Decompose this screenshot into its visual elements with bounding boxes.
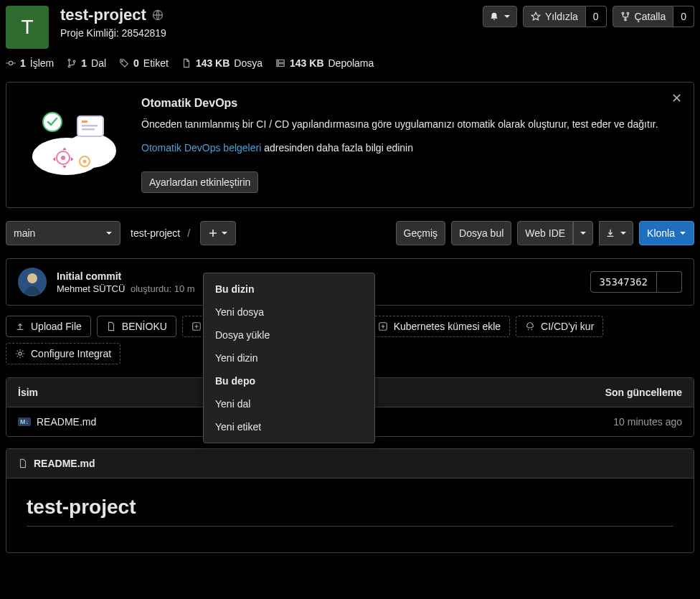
- branch-selector[interactable]: main: [6, 221, 120, 245]
- devops-docs-link[interactable]: Otomatik DevOps belgeleri: [141, 142, 261, 154]
- star-count: 0: [586, 6, 607, 27]
- chevron-down-icon: [580, 230, 587, 237]
- web-ide-button[interactable]: Web IDE: [517, 221, 573, 245]
- svg-point-3: [624, 19, 626, 21]
- star-label: Yıldızla: [545, 11, 578, 22]
- add-button[interactable]: [200, 221, 236, 245]
- file-icon: [106, 321, 116, 331]
- fork-button[interactable]: Çatalla: [612, 6, 674, 27]
- commits-count: 1: [20, 57, 26, 69]
- readme-heading: test-project: [27, 496, 673, 527]
- find-file-button[interactable]: Dosya bul: [451, 221, 511, 245]
- upload-icon: [15, 321, 25, 331]
- tag-icon: [119, 58, 129, 68]
- stat-files[interactable]: 143 KB Dosya: [181, 57, 262, 69]
- storage-size: 143 KB: [290, 57, 323, 69]
- svg-point-11: [278, 61, 279, 62]
- branch-name: main: [14, 227, 35, 239]
- svg-point-8: [122, 61, 123, 62]
- commit-author[interactable]: Mehmet SÜTCÜ: [57, 283, 125, 294]
- download-icon: [605, 228, 615, 238]
- star-button[interactable]: Yıldızla: [523, 6, 586, 27]
- col-updated: Son güncelleme: [539, 387, 682, 398]
- svg-point-21: [61, 156, 65, 160]
- chip-label: BENİOKU: [122, 321, 167, 332]
- chip-kubernetes[interactable]: Kubernetes kümesi ekle: [369, 316, 510, 337]
- auto-devops-panel: ✕ Otomatik DevOps Önceden tanımlanmış bi…: [6, 82, 694, 208]
- svg-point-30: [19, 352, 22, 355]
- svg-point-12: [278, 65, 279, 65]
- project-avatar: T: [6, 6, 49, 49]
- commit-icon: [6, 58, 16, 68]
- readme-body: test-project: [6, 478, 694, 552]
- avatar: [18, 268, 47, 296]
- chip-upload-file[interactable]: Upload File: [6, 316, 91, 337]
- dropdown-new-dir[interactable]: Yeni dizin: [204, 346, 374, 369]
- svg-rect-18: [82, 125, 98, 127]
- breadcrumb-project[interactable]: test-project: [131, 227, 180, 239]
- svg-point-25: [27, 273, 37, 283]
- project-avatar-letter: T: [21, 16, 33, 39]
- plus-square-icon: [191, 321, 202, 331]
- dropdown-new-tag[interactable]: Yeni etiket: [204, 415, 374, 438]
- repo-actions-row: main test-project / Geçmiş Dosya bul Web…: [6, 221, 694, 245]
- chip-label: Upload File: [31, 321, 82, 332]
- commit-sha: 35347362: [590, 271, 657, 293]
- notifications-button[interactable]: [483, 6, 517, 27]
- chip-readme[interactable]: BENİOKU: [97, 316, 176, 337]
- chevron-down-icon: [105, 230, 113, 237]
- readme-panel: README.md test-project: [6, 448, 694, 553]
- commit-time: oluşturdu: 10 m: [131, 283, 195, 294]
- clone-button[interactable]: Klonla: [639, 221, 694, 245]
- stat-branches[interactable]: 1 Dal: [67, 57, 106, 69]
- dropdown-new-file[interactable]: Yeni dosya: [204, 301, 374, 324]
- web-ide-dropdown[interactable]: [573, 221, 593, 245]
- chevron-down-icon: [503, 13, 511, 20]
- stats-row: 1 İşlem 1 Dal 0 Etiket 143 KB Dosya 143 …: [6, 57, 694, 69]
- svg-rect-26: [667, 280, 672, 286]
- devops-title: Otomatik DevOps: [141, 97, 676, 110]
- breadcrumb: test-project /: [131, 227, 190, 239]
- stat-tags[interactable]: 0 Etiket: [119, 57, 169, 69]
- tags-label: Etiket: [143, 57, 169, 69]
- rocket-icon: [525, 321, 535, 331]
- stat-storage[interactable]: 143 KB Depolama: [275, 57, 374, 69]
- chip-label: CI/CD'yi kur: [541, 321, 594, 332]
- svg-point-4: [9, 61, 12, 65]
- project-id: Proje Kimliği: 28542819: [60, 27, 471, 39]
- breadcrumb-separator: /: [187, 227, 190, 239]
- svg-point-7: [73, 60, 75, 62]
- file-icon: [18, 458, 28, 468]
- clone-label: Klonla: [647, 227, 675, 239]
- plus-square-icon: [378, 321, 388, 331]
- enable-devops-button[interactable]: Ayarlardan etkinleştirin: [141, 171, 258, 193]
- chevron-down-icon: [679, 230, 686, 237]
- copy-sha-button[interactable]: [657, 271, 682, 293]
- star-icon: [531, 11, 541, 22]
- files-size: 143 KB: [196, 57, 230, 69]
- commits-label: İşlem: [30, 57, 54, 69]
- stat-commits[interactable]: 1 İşlem: [6, 57, 54, 69]
- branches-label: Dal: [91, 57, 106, 69]
- readme-header: README.md: [6, 449, 694, 478]
- svg-point-6: [68, 65, 70, 67]
- project-title-text: test-project: [60, 6, 146, 24]
- chip-label: Kubernetes kümesi ekle: [394, 321, 501, 332]
- devops-illustration: [24, 97, 124, 183]
- branch-icon: [67, 58, 77, 68]
- branches-count: 1: [81, 57, 87, 69]
- globe-icon: [152, 9, 164, 21]
- chip-cicd[interactable]: CI/CD'yi kur: [516, 316, 603, 337]
- chip-label: Configure Integrat: [31, 348, 111, 359]
- dropdown-upload-file[interactable]: Dosya yükle: [204, 324, 374, 346]
- fork-count: 0: [673, 6, 694, 27]
- chip-integrations[interactable]: Configure Integrat: [6, 343, 120, 364]
- gear-icon: [15, 349, 25, 359]
- plus-icon: [208, 228, 218, 238]
- svg-rect-19: [82, 128, 95, 131]
- close-icon[interactable]: ✕: [667, 90, 686, 107]
- history-button[interactable]: Geçmiş: [396, 221, 445, 245]
- download-button[interactable]: [599, 221, 633, 245]
- add-dropdown: Bu dizin Yeni dosya Dosya yükle Yeni diz…: [203, 273, 375, 443]
- dropdown-new-branch[interactable]: Yeni dal: [204, 392, 374, 415]
